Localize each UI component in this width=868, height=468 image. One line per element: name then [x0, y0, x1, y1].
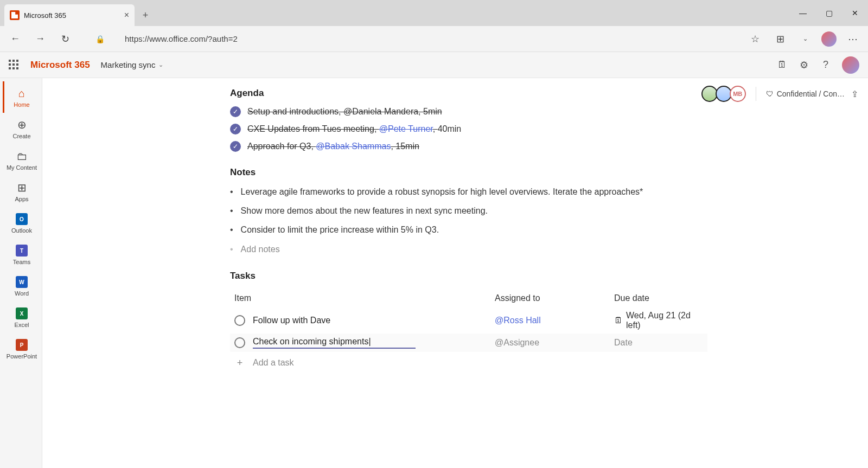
calendar-icon: 🗓	[614, 316, 623, 325]
calendar-icon[interactable]: 🗓	[777, 60, 788, 70]
folder-icon: 🗀	[15, 149, 29, 163]
task-item-text[interactable]: Follow up with Dave	[253, 316, 330, 325]
notes-heading: Notes	[230, 167, 707, 178]
checkmark-icon[interactable]: ✓	[230, 141, 241, 152]
task-checkbox[interactable]	[234, 337, 245, 348]
new-tab-button[interactable]: +	[135, 4, 156, 26]
checkmark-icon[interactable]: ✓	[230, 124, 241, 134]
help-icon[interactable]: ?	[820, 60, 831, 70]
nav-powerpoint[interactable]: P PowerPoint	[3, 333, 40, 364]
app-header: Microsoft 365 Marketing sync ⌄ 🗓 ⚙ ?	[0, 52, 868, 78]
col-due: Due date	[614, 293, 703, 303]
nav-create[interactable]: ⊕ Create	[3, 113, 40, 144]
nav-outlook[interactable]: O Outlook	[3, 207, 40, 239]
note-item[interactable]: Consider to limit the price increase wit…	[230, 223, 707, 236]
app-launcher-icon[interactable]	[9, 60, 20, 70]
nav-apps[interactable]: ⊞ Apps	[3, 176, 40, 207]
browser-profile-avatar[interactable]	[821, 31, 837, 47]
maximize-button[interactable]: ▢	[816, 0, 842, 26]
checkmark-icon[interactable]: ✓	[230, 106, 241, 117]
divider	[756, 87, 756, 101]
url-text[interactable]: https://www.office.com/?auth=2	[116, 34, 739, 43]
favorite-icon[interactable]: ☆	[746, 30, 764, 48]
task-row: Follow up with Dave@Ross Hall🗓Wed, Aug 2…	[230, 307, 707, 334]
nav-word[interactable]: W Word	[3, 270, 40, 302]
tasks-header-row: Item Assigned to Due date	[230, 289, 707, 307]
home-icon: ⌂	[15, 86, 29, 100]
teams-icon: T	[15, 243, 29, 258]
add-note-placeholder[interactable]: Add notes	[230, 243, 707, 255]
side-rail: ⌂ Home ⊕ Create 🗀 My Content ⊞ Apps O Ou…	[0, 78, 42, 468]
note-item[interactable]: Leverage agile frameworks to provide a r…	[230, 185, 707, 198]
task-item-text[interactable]: Check on incoming shipments|	[253, 337, 416, 349]
browser-menu-icon[interactable]: ⋯	[844, 30, 861, 48]
document-name: Marketing sync	[101, 60, 156, 69]
agenda-heading: Agenda	[230, 88, 707, 99]
forward-button[interactable]: →	[31, 30, 49, 48]
col-item: Item	[234, 293, 495, 303]
document-canvas: MB 🛡 Confidential / Con… ⇪ Agenda ✓Setup…	[42, 78, 868, 468]
collections-icon[interactable]: ⊞	[771, 30, 789, 48]
agenda-text: Approach for Q3, @Babak Shammas, 15min	[247, 142, 419, 151]
nav-teams[interactable]: T Teams	[3, 239, 40, 270]
brand-label[interactable]: Microsoft 365	[30, 60, 90, 70]
nav-home[interactable]: ⌂ Home	[3, 81, 40, 113]
task-assignee[interactable]: @Ross Hall	[495, 316, 614, 325]
browser-tab-strip: Microsoft 365 × + — ▢ ✕	[0, 0, 868, 26]
tab-title: Microsoft 365	[24, 11, 120, 20]
agenda-list: ✓Setup and introductions, @Daniela Mande…	[230, 106, 707, 152]
plus-icon: +	[234, 357, 245, 369]
site-lock-icon[interactable]: 🔒	[91, 30, 108, 48]
agenda-item[interactable]: ✓CXE Updates from Tues meeting, @Pete Tu…	[230, 124, 707, 134]
outlook-icon: O	[15, 212, 29, 226]
powerpoint-icon: P	[15, 338, 29, 352]
mention[interactable]: @Pete Turner	[379, 124, 433, 133]
agenda-item[interactable]: ✓Setup and introductions, @Daniela Mande…	[230, 106, 707, 117]
tasks-heading: Tasks	[230, 271, 707, 281]
user-avatar[interactable]	[842, 56, 859, 74]
browser-tab[interactable]: Microsoft 365 ×	[4, 4, 135, 26]
collections-chevron-icon[interactable]: ⌄	[796, 30, 814, 48]
nav-excel[interactable]: X Excel	[3, 302, 40, 333]
presence-avatar-initials[interactable]: MB	[730, 86, 746, 102]
page-toolbar: MB 🛡 Confidential / Con… ⇪	[704, 86, 858, 102]
tasks-table: Item Assigned to Due date Follow up with…	[230, 289, 707, 374]
share-icon[interactable]: ⇪	[851, 89, 858, 99]
close-tab-icon[interactable]: ×	[124, 10, 129, 20]
confidentiality-label[interactable]: 🛡 Confidential / Con…	[766, 89, 845, 98]
refresh-button[interactable]: ↻	[56, 30, 74, 48]
task-due-date[interactable]: Date	[614, 338, 633, 348]
browser-address-bar: ← → ↻ 🔒 https://www.office.com/?auth=2 ☆…	[0, 26, 868, 52]
agenda-text: Setup and introductions, @Daniela Mander…	[247, 107, 442, 117]
settings-gear-icon[interactable]: ⚙	[799, 60, 809, 70]
task-due-date[interactable]: Wed, Aug 21 (2d left)	[626, 311, 703, 330]
agenda-text: CXE Updates from Tues meeting, @Pete Tur…	[247, 124, 461, 134]
apps-icon: ⊞	[15, 181, 29, 195]
back-button[interactable]: ←	[7, 30, 24, 48]
mention[interactable]: @Babak Shammas	[316, 142, 391, 151]
task-assignee[interactable]: @Assignee	[495, 338, 614, 348]
nav-my-content[interactable]: 🗀 My Content	[3, 144, 40, 176]
add-task-button[interactable]: + Add a task	[230, 352, 707, 374]
close-window-button[interactable]: ✕	[842, 0, 868, 26]
col-assigned: Assigned to	[495, 293, 614, 303]
task-row: Check on incoming shipments|@AssigneeDat…	[230, 334, 707, 352]
office-icon	[10, 10, 20, 20]
notes-list: Leverage agile frameworks to provide a r…	[230, 185, 707, 255]
window-controls: — ▢ ✕	[790, 0, 868, 26]
presence-avatars[interactable]: MB	[704, 86, 746, 102]
task-checkbox[interactable]	[234, 315, 245, 326]
note-item[interactable]: Show more demos about the new features i…	[230, 204, 707, 217]
chevron-down-icon: ⌄	[158, 61, 163, 68]
agenda-item[interactable]: ✓Approach for Q3, @Babak Shammas, 15min	[230, 141, 707, 152]
create-icon: ⊕	[15, 118, 29, 132]
shield-lock-icon: 🛡	[766, 89, 774, 98]
excel-icon: X	[15, 306, 29, 320]
word-icon: W	[15, 275, 29, 289]
document-name-dropdown[interactable]: Marketing sync ⌄	[101, 60, 164, 69]
minimize-button[interactable]: —	[790, 0, 816, 26]
